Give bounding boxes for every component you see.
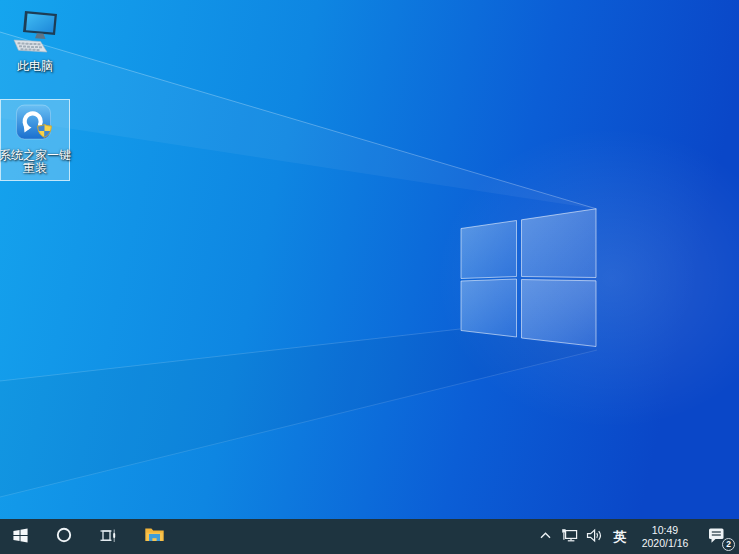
task-view-button[interactable] <box>86 519 131 554</box>
computer-icon <box>11 8 59 58</box>
desktop-icon-system-home-reinstall[interactable]: 系统之家一键 重装 <box>0 99 70 181</box>
windows-logo-icon <box>12 527 29 547</box>
chevron-up-icon <box>539 529 552 545</box>
show-hidden-icons-button[interactable] <box>534 519 557 554</box>
label-line-2: 重装 <box>0 162 71 175</box>
notification-badge: 2 <box>722 538 735 551</box>
desktop-wallpaper <box>0 0 739 519</box>
clock[interactable]: 10:49 2020/1/16 <box>633 519 697 554</box>
clock-time: 10:49 <box>652 524 678 537</box>
language-indicator[interactable]: 英 <box>607 519 633 554</box>
desktop-icon-label: 系统之家一键 重装 <box>0 149 71 175</box>
volume-button[interactable] <box>582 519 607 554</box>
ethernet-icon <box>561 528 578 546</box>
action-center-icon: 2 <box>705 526 731 548</box>
folder-icon <box>144 526 165 547</box>
taskbar: 英 10:49 2020/1/16 2 <box>0 519 739 554</box>
clock-date: 2020/1/16 <box>642 537 689 550</box>
wallpaper-art <box>0 0 739 519</box>
task-view-icon <box>100 527 117 547</box>
file-explorer-button[interactable] <box>131 519 178 554</box>
start-button[interactable] <box>0 519 41 554</box>
network-button[interactable] <box>557 519 582 554</box>
system-tray: 英 10:49 2020/1/16 2 <box>534 519 739 554</box>
windows-desktop: 此电脑 <box>0 0 739 554</box>
search-button[interactable] <box>41 519 86 554</box>
desktop-icon-this-pc[interactable]: 此电脑 <box>0 5 70 76</box>
taskbar-empty-area <box>178 519 534 554</box>
speaker-icon <box>586 528 603 546</box>
reinstall-app-icon <box>15 103 55 147</box>
action-center-button[interactable]: 2 <box>697 519 739 554</box>
desktop-icon-label: 此电脑 <box>17 60 53 73</box>
search-circle-icon <box>55 526 73 547</box>
